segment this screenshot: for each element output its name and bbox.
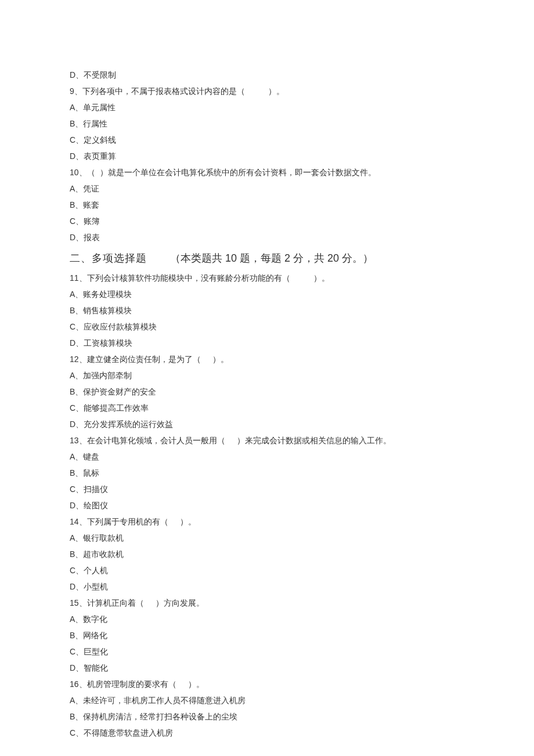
section-2-info-b: 10 题，每题 2 分，共 20 分。） [225,252,373,264]
q13-stem-a: 13、在会计电算化领域，会计人员一般用（ [70,436,225,445]
q12-option-c: C、能够提高工作效率 [70,400,464,416]
q13-stem-b: ）来完成会计数据或相关信息的输入工作。 [237,436,391,445]
q9-option-d: D、表页重算 [70,148,464,164]
q14-stem: 14、下列属于专用机的有（）。 [70,513,464,530]
q9-option-a: A、单元属性 [70,99,464,115]
q13-option-a: A、键盘 [70,448,464,465]
q11-stem-a: 11、下列会计核算软件功能模块中，没有账龄分析功能的有（ [70,273,290,283]
q9-stem-a: 9、下列各项中，不属于报表格式设计内容的是（ [70,86,245,96]
q12-option-d: D、充分发挥系统的运行效益 [70,416,464,432]
q13-option-d: D、绘图仪 [70,497,464,513]
q12-stem-a: 12、建立健全岗位责任制，是为了（ [70,355,201,364]
q15-stem-a: 15、计算机正向着（ [70,598,144,607]
q12-option-a: A、加强内部牵制 [70,367,464,384]
q14-option-d: D、小型机 [70,578,464,595]
q12-option-b: B、保护资金财产的安全 [70,384,464,400]
q13-stem: 13、在会计电算化领域，会计人员一般用（）来完成会计数据或相关信息的输入工作。 [70,432,464,448]
q14-stem-a: 14、下列属于专用机的有（ [70,517,168,526]
q10-stem-a: 10、（ [70,168,95,177]
q16-option-a: A、未经许可，非机房工作人员不得随意进入机房 [70,692,464,708]
q14-stem-b: ）。 [180,517,196,526]
section-2-label: 二、多项选择题 [70,252,147,264]
q15-stem: 15、计算机正向着（）方向发展。 [70,595,464,611]
q11-option-a: A、账务处理模块 [70,286,464,302]
q14-option-c: C、个人机 [70,562,464,578]
q16-option-b: B、保持机房清洁，经常打扫各种设备上的尘埃 [70,708,464,725]
q12-stem: 12、建立健全岗位责任制，是为了（）。 [70,351,464,367]
q15-option-d: D、智能化 [70,660,464,676]
q13-option-b: B、鼠标 [70,465,464,481]
q10-option-c: C、账簿 [70,213,464,229]
q14-option-b: B、超市收款机 [70,546,464,562]
q11-stem-b: ）。 [313,273,330,283]
q10-option-d: D、报表 [70,229,464,245]
q9-stem-b: ）。 [268,86,284,96]
q11-option-c: C、应收应付款核算模块 [70,319,464,335]
q10-stem-b: ）就是一个单位在会计电算化系统中的所有会计资料，即一套会计数据文件。 [100,168,376,177]
q8-option-d: D、不受限制 [70,67,464,83]
q11-option-d: D、工资核算模块 [70,335,464,351]
q9-stem: 9、下列各项中，不属于报表格式设计内容的是（）。 [70,83,464,99]
q11-option-b: B、销售核算模块 [70,302,464,319]
q10-option-a: A、凭证 [70,180,464,197]
section-2-info-a: （本类题共 [170,252,222,264]
q14-option-a: A、银行取款机 [70,530,464,546]
q15-option-b: B、网络化 [70,627,464,643]
q12-stem-b: ）。 [212,355,229,364]
q13-option-c: C、扫描仪 [70,481,464,497]
q16-stem: 16、机房管理制度的要求有（）。 [70,676,464,692]
q16-stem-a: 16、机房管理制度的要求有（ [70,679,176,689]
q15-stem-b: ）方向发展。 [156,598,204,607]
section-2-title: 二、多项选择题（本类题共 10 题，每题 2 分，共 20 分。） [70,248,464,269]
q11-stem: 11、下列会计核算软件功能模块中，没有账龄分析功能的有（）。 [70,270,464,286]
document-page: D、不受限制 9、下列各项中，不属于报表格式设计内容的是（）。 A、单元属性 B… [0,0,534,756]
q10-stem: 10、（）就是一个单位在会计电算化系统中的所有会计资料，即一套会计数据文件。 [70,164,464,180]
q16-stem-b: ）。 [188,679,204,689]
q15-option-a: A、数字化 [70,611,464,627]
q16-option-c: C、不得随意带软盘进入机房 [70,725,464,741]
q10-option-b: B、账套 [70,197,464,213]
q9-option-c: C、定义斜线 [70,132,464,148]
q9-option-b: B、行属性 [70,115,464,132]
q15-option-c: C、巨型化 [70,643,464,660]
